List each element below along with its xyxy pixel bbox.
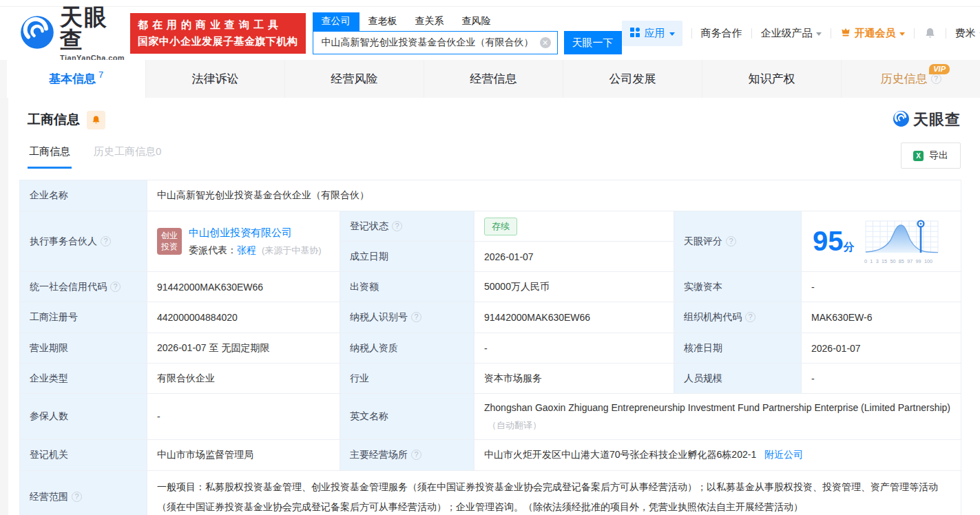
vip-badge: VIP [929,64,950,74]
apps-menu-label: 应用 [645,27,665,40]
slogan-line1: 都在用的商业查询工具 [138,19,298,32]
notification-bell-icon[interactable] [924,27,937,40]
tianyancha-eye-icon [19,14,55,53]
company-name-value: 中山高新智光创业投资基金合伙企业（有限合伙） [147,180,961,211]
help-icon[interactable]: ? [411,450,421,460]
clear-search-icon[interactable]: ✕ [540,37,551,48]
enterprise-product-menu[interactable]: 企业级产品 [761,27,822,40]
top-divider [0,0,980,7]
search-tab-company[interactable]: 查公司 [313,12,359,31]
tyc-score-label: 天眼评分? [674,211,802,272]
search-tab-boss[interactable]: 查老板 [359,12,406,31]
help-icon[interactable]: ? [72,492,82,502]
open-member-menu[interactable]: 开通会员 [840,27,905,40]
slogan-banner: 都在用的商业查询工具 国家中小企业发展子基金旗下机构 [130,13,306,54]
org-code-label: 组织机构代码? [674,302,802,333]
help-icon[interactable]: ? [726,236,736,246]
table-row: 企业类型 有限合伙企业 行业 资本市场服务 人员规模 - [20,364,961,394]
tianyancha-logo[interactable]: 天眼查 TianYanCha.com [19,6,125,62]
industry-value: 资本市场服务 [475,364,674,394]
business-term-value: 2026-01-07 至 无固定期限 [147,333,340,364]
help-icon[interactable]: ? [392,221,402,231]
table-row: 营业期限 2026-01-07 至 无固定期限 纳税人资质 - 核准日期 202… [20,333,961,364]
score-chart-ticks: 0131550859799100 [864,259,932,264]
nearby-companies-link[interactable]: 附近公司 [764,449,803,460]
executive-partner-value: 创业 投资 中山创业投资有限公司 委派代表：张程 (来源于中基协) [147,211,340,272]
tab-company-development[interactable]: 公司发展 [563,60,702,98]
open-member-label: 开通会员 [855,27,896,40]
insured-count-label: 参保人数 [20,394,147,440]
score-unit: 分 [844,241,855,253]
subtab-business-info[interactable]: 工商信息 [28,145,72,169]
reg-authority-label: 登记机关 [20,440,147,471]
help-icon[interactable]: ? [931,74,941,84]
taxpayer-id-value: 91442000MAK630EW66 [475,302,674,333]
industry-label: 行业 [340,364,475,394]
tab-basic-info-count: 7 [98,70,103,80]
export-button[interactable]: X 导出 [901,143,961,169]
crown-icon [840,28,851,40]
username: 费米 [955,27,976,40]
org-code-value: MAK630EW-6 [802,302,961,333]
help-icon[interactable]: ? [110,282,121,292]
paid-capital-value: - [802,272,961,302]
divider [914,28,915,39]
apps-grid-icon [629,27,640,40]
user-menu[interactable]: 费米 [955,27,980,40]
slogan-line2: 国家中小企业发展子基金旗下机构 [138,35,298,48]
table-row: 企业名称 中山高新智光创业投资基金合伙企业（有限合伙） [20,180,961,211]
insured-count-value: - [147,394,340,440]
score-distribution-chart: 0131550859799100 [864,218,943,265]
reg-status-label: 登记状态? [340,211,475,242]
tab-operation-risk[interactable]: 经营风险 [284,60,424,98]
business-term-label: 营业期限 [20,333,147,364]
subscribe-bell-button[interactable] [87,111,105,129]
tab-intellectual-property[interactable]: 知识产权 [702,60,841,98]
auto-translate-note: （自动翻译） [488,420,541,430]
contribution-value: 50000万人民币 [475,272,674,302]
partner-type-badge: 创业 投资 [157,228,182,255]
tab-operation-info[interactable]: 经营信息 [424,60,563,98]
help-icon[interactable]: ? [101,236,111,246]
business-scope-label: 经营范围? [20,471,147,515]
executive-partner-label: 执行事务合伙人? [20,211,147,272]
main-content: 工商信息 天眼查 工商信息 历史工商信息0 X 导出 [0,98,980,515]
search-input[interactable] [313,31,558,54]
taxpayer-id-label: 纳税人识别号? [340,302,475,333]
tab-legal-proceedings[interactable]: 法律诉讼 [145,60,284,98]
search-button[interactable]: 天眼一下 [564,31,622,54]
tab-history-info[interactable]: VIP 历史信息 ? [841,60,980,98]
company-type-label: 企业类型 [20,364,147,394]
enterprise-product-label: 企业级产品 [761,27,813,40]
apps-menu[interactable]: 应用 [622,21,682,46]
logo-brand-text: 天眼查 [60,6,125,51]
taxpayer-quality-value: - [475,333,674,364]
rep-name-link[interactable]: 张程 [237,244,256,255]
score-number: 95 [813,226,844,256]
reg-authority-value: 中山市市场监督管理局 [147,440,340,471]
company-type-value: 有限合伙企业 [147,364,340,394]
reg-status-value: 存续 [475,211,674,242]
business-address-label: 主要经营场所? [340,440,475,471]
section-title: 工商信息 [28,111,80,129]
help-icon[interactable]: ? [745,312,755,322]
establish-date-value: 2026-01-07 [475,242,674,272]
search-tabs: 查公司 查老板 查关系 查风险 [313,12,622,31]
business-coop-link[interactable]: 商务合作 [701,27,742,40]
tab-basic-info[interactable]: 基本信息 7 [7,60,145,98]
search-block: 查公司 查老板 查关系 查风险 ✕ 天眼一下 [313,12,622,54]
approval-date-label: 核准日期 [674,333,802,364]
subtab-history-business-info[interactable]: 历史工商信息0 [92,145,163,169]
chevron-down-icon [899,32,905,39]
tab-history-info-label: 历史信息 [881,71,928,87]
help-icon[interactable]: ? [411,312,421,322]
company-name-label: 企业名称 [20,180,147,211]
export-button-label: 导出 [929,149,948,162]
search-tab-relation[interactable]: 查关系 [406,12,453,31]
tab-basic-info-label: 基本信息 [49,71,96,87]
search-tab-risk[interactable]: 查风险 [453,12,500,31]
english-name-label: 英文名称 [340,394,475,440]
excel-icon: X [913,151,924,161]
partner-company-link[interactable]: 中山创业投资有限公司 [189,227,292,238]
business-address-value: 中山市火炬开发区中山港大道70号张企科技企业孵化器6栋202-1 附近公司 [475,440,961,471]
